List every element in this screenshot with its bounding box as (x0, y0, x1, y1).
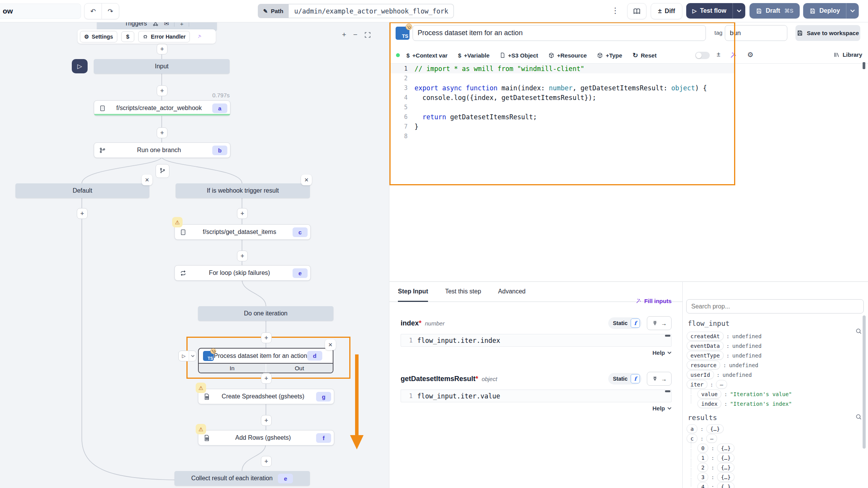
prop-value[interactable]: {…} (717, 473, 734, 481)
expression-editor[interactable]: 1 flow_input.iter.index (401, 334, 672, 347)
code-line[interactable]: 7} (391, 122, 734, 131)
test-flow-dropdown[interactable] (733, 3, 745, 19)
expression-editor[interactable]: 1 flow_input.iter.value (401, 390, 672, 402)
draft-button[interactable]: Draft ⌘S (750, 3, 800, 19)
editor-settings-button[interactable]: ⚙ (747, 51, 753, 59)
prop-key[interactable]: iter (687, 380, 707, 389)
function-mode-icon[interactable]: f (631, 374, 640, 383)
deploy-button[interactable]: Deploy (803, 3, 859, 19)
prop-key[interactable]: userId (687, 370, 714, 379)
step-out-tab[interactable]: Out (266, 364, 333, 373)
prop-key[interactable]: createdAt (687, 332, 724, 341)
static-mode-toggle[interactable]: Static f (608, 373, 641, 385)
prop-value[interactable]: {…} (717, 444, 734, 452)
fill-inputs-button[interactable]: Fill inputs (636, 298, 672, 304)
prop-value[interactable]: {…} (717, 482, 734, 488)
run-step-button[interactable]: ▷ (179, 353, 189, 359)
add-branch-button[interactable] (156, 164, 169, 178)
error-handler-button[interactable]: Error Handler (138, 31, 190, 42)
prop-key[interactable]: eventType (687, 351, 724, 360)
settings-button[interactable]: ⚙ Settings (80, 31, 117, 42)
path-input[interactable]: u/admin/example_actor_webhook_flow_fork (289, 4, 454, 18)
prop-key[interactable]: 0 (697, 444, 708, 452)
prop-value[interactable]: – (716, 380, 727, 389)
undo-button[interactable]: ↶ (85, 3, 102, 19)
step-in-tab[interactable]: In (199, 364, 266, 373)
insert-step-button[interactable]: + (237, 251, 248, 261)
code-line[interactable]: 3export async function main(index: numbe… (391, 83, 734, 93)
fullscreen-icon[interactable] (364, 32, 371, 38)
flow-canvas[interactable]: Triggers ✉ + ⚙ Settings $ Error Handler (0, 22, 389, 488)
insert-step-button[interactable]: + (261, 373, 272, 384)
run-options-button[interactable] (189, 351, 196, 361)
create-actor-webhook-node[interactable]: f/scripts/create_actor_webhook a (94, 100, 230, 116)
add-trigger-button[interactable]: + (180, 22, 183, 27)
library-button[interactable]: Library (834, 51, 862, 58)
prop-key[interactable]: 3 (697, 473, 708, 481)
insert-step-button[interactable]: + (261, 415, 272, 426)
connect-input-button[interactable]: → (647, 316, 672, 330)
test-flow-button[interactable]: ▷ Test flow (686, 3, 745, 19)
code-line[interactable]: 6 return getDatesetItemsResult; (391, 112, 734, 122)
plus-minus-button[interactable]: ± (717, 51, 720, 58)
diff-button[interactable]: ± Diff (651, 3, 682, 19)
redo-button[interactable]: ↷ (102, 3, 119, 19)
editor-scrollbar[interactable] (863, 62, 865, 69)
delete-branch-button[interactable]: × (301, 175, 312, 185)
get-dataset-items-node[interactable]: f/scripts/get_dataset_items c (174, 224, 311, 240)
function-mode-icon[interactable]: f (631, 319, 640, 328)
search-prop-input[interactable] (686, 299, 864, 313)
for-loop-node[interactable]: For loop (skip failures) e (174, 265, 311, 281)
add-type-button[interactable]: +Type (597, 52, 622, 59)
prop-value[interactable]: – (706, 434, 717, 443)
help-link[interactable]: Help (401, 405, 672, 412)
reset-button[interactable]: ↻Reset (633, 51, 656, 59)
insert-step-button[interactable]: + (157, 44, 168, 54)
insert-step-button[interactable]: + (261, 332, 272, 343)
search-icon[interactable] (855, 413, 862, 420)
prop-key[interactable]: resource (687, 361, 720, 369)
tag-input[interactable] (725, 25, 787, 41)
deploy-dropdown[interactable] (846, 3, 859, 19)
docs-button[interactable] (627, 3, 646, 19)
search-icon[interactable] (855, 328, 862, 335)
help-link[interactable]: Help (401, 349, 672, 356)
prop-key[interactable]: 4 (697, 482, 708, 488)
ai-wand-button[interactable] (730, 52, 737, 59)
create-spreadsheet-node[interactable]: Create Spreadsheet (gsheets) g (198, 389, 334, 404)
prop-key[interactable]: a (687, 424, 697, 433)
insert-step-button[interactable]: + (77, 208, 88, 219)
run-one-branch-node[interactable]: Run one branch b (94, 142, 230, 158)
delete-branch-button[interactable]: × (142, 175, 152, 185)
flow-name-input[interactable]: ow (0, 3, 81, 19)
insert-step-button[interactable]: + (157, 85, 168, 96)
prop-value[interactable]: {…} (717, 453, 734, 462)
code-line[interactable]: 8 (391, 131, 734, 141)
insert-step-button[interactable]: + (237, 208, 248, 219)
zoom-in-button[interactable]: + (342, 30, 346, 39)
add-rows-node[interactable]: Add Rows (gsheets) f (198, 430, 334, 446)
code-line[interactable]: 5 (391, 102, 734, 112)
add-s3-object-button[interactable]: +S3 Object (500, 52, 538, 59)
add-variable-button[interactable]: $+Variable (458, 52, 490, 59)
kebab-menu-button[interactable]: ⋮ (611, 6, 619, 15)
run-flow-button[interactable]: ▷ (72, 59, 88, 73)
ai-assistant-button[interactable] (194, 31, 205, 42)
variables-button[interactable]: $ (121, 31, 134, 42)
save-to-workspace-button[interactable]: Save to workspace (795, 25, 860, 41)
add-resource-button[interactable]: +Resource (548, 52, 587, 59)
delete-step-button[interactable]: × (325, 339, 336, 350)
input-node[interactable]: Input (94, 59, 230, 74)
prop-key[interactable]: value (697, 390, 721, 398)
do-one-iteration-node[interactable]: Do one iteration (198, 306, 333, 321)
prop-key[interactable]: 2 (697, 463, 708, 472)
insert-step-button[interactable]: + (261, 456, 272, 467)
prop-value[interactable]: {…} (706, 424, 724, 433)
prop-key[interactable]: eventData (687, 341, 724, 350)
code-editor[interactable]: 1// import * as wmill from "windmill-cli… (391, 64, 734, 185)
code-line[interactable]: 2 (391, 73, 734, 83)
prop-key[interactable]: 1 (697, 453, 708, 462)
zoom-out-button[interactable]: − (353, 30, 357, 39)
code-line[interactable]: 4 console.log({index, getDatesetItemsRes… (391, 93, 734, 102)
diff-mode-toggle[interactable] (695, 52, 710, 59)
